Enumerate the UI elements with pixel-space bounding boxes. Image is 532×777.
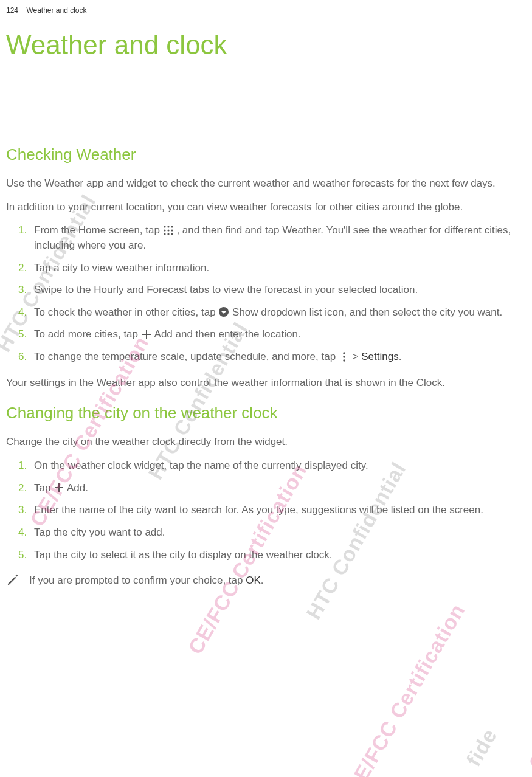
section-heading-checking-weather: Checking Weather: [6, 145, 520, 164]
svg-point-6: [164, 233, 165, 235]
step-text: Enter the name of the city want to searc…: [34, 504, 483, 516]
step-text: To change the temperature scale, update …: [34, 351, 339, 362]
step-text: Tap the city you want to add.: [34, 527, 165, 538]
ok-label: OK: [246, 575, 261, 586]
more-vertical-icon: [339, 351, 350, 362]
step-text: Add.: [67, 482, 88, 494]
svg-point-4: [167, 229, 169, 231]
settings-label: Settings: [361, 351, 398, 362]
step-text: To add more cities, tap: [34, 328, 141, 340]
step-item: From the Home screen, tap , and then fin…: [18, 223, 520, 253]
step-item: Tap the city to select it as the city to…: [18, 548, 520, 563]
svg-point-10: [343, 352, 345, 354]
step-text: Tap a city to view weather information.: [34, 262, 209, 274]
section-heading-changing-city: Changing the city on the weather clock: [6, 404, 520, 423]
step-item: Tap a city to view weather information.: [18, 261, 520, 276]
svg-point-12: [343, 359, 345, 362]
step-item: Tap Add.: [18, 481, 520, 496]
step-text: To check the weather in other cities, ta…: [34, 306, 218, 318]
step-text: >: [353, 351, 362, 362]
svg-point-0: [164, 226, 165, 227]
body-text: Use the Weather app and widget to check …: [6, 176, 520, 192]
svg-point-5: [171, 229, 173, 231]
step-item: Enter the name of the city want to searc…: [18, 503, 520, 518]
body-text: Your settings in the Weather app also co…: [6, 376, 520, 391]
svg-point-2: [171, 226, 173, 227]
watermark-text: CE/FCC Certification: [342, 599, 470, 777]
dropdown-icon: [218, 306, 229, 317]
step-text: Swipe to the Hourly and Forecast tabs to…: [34, 284, 418, 295]
svg-point-11: [343, 356, 345, 358]
note-part: If you are prompted to confirm your choi…: [29, 575, 246, 586]
step-text: Add and then enter the location.: [154, 328, 301, 340]
page-header: 124 Weather and clock: [6, 6, 520, 15]
step-text: Show dropdown list icon, and then select…: [232, 306, 502, 318]
watermark-text: CE/FCC Certification: [524, 575, 532, 773]
pencil-note-icon: [6, 573, 19, 589]
body-text: In addition to your current location, yo…: [6, 200, 520, 215]
step-item: To add more cities, tap Add and then ent…: [18, 327, 520, 342]
step-item: Swipe to the Hourly and Forecast tabs to…: [18, 283, 520, 298]
step-item: Tap the city you want to add.: [18, 525, 520, 540]
page-number: 124: [6, 6, 18, 15]
svg-point-8: [171, 233, 173, 235]
steps-list: From the Home screen, tap , and then fin…: [18, 223, 520, 364]
step-item: On the weather clock widget, tap the nam…: [18, 458, 520, 474]
step-item: To check the weather in other cities, ta…: [18, 305, 520, 320]
apps-grid-icon: [163, 225, 174, 236]
step-text: From the Home screen, tap: [34, 224, 163, 236]
note-text: If you are prompted to confirm your choi…: [29, 573, 264, 589]
step-text: Tap: [34, 482, 54, 494]
plus-icon: [54, 482, 64, 493]
note-part: .: [261, 575, 264, 586]
page-title: Weather and clock: [6, 30, 520, 60]
svg-point-3: [164, 229, 165, 231]
steps-list: On the weather clock widget, tap the nam…: [18, 458, 520, 562]
svg-point-7: [167, 233, 169, 235]
body-text: Change the city on the weather clock dir…: [6, 435, 520, 450]
watermark-text: fide: [461, 725, 502, 770]
step-item: To change the temperature scale, update …: [18, 350, 520, 365]
note-row: If you are prompted to confirm your choi…: [6, 573, 520, 589]
step-text: Tap the city to select it as the city to…: [34, 549, 332, 561]
plus-icon: [141, 329, 152, 340]
step-text: On the weather clock widget, tap the nam…: [34, 460, 368, 471]
running-title: Weather and clock: [26, 6, 86, 15]
step-text: .: [399, 351, 402, 362]
svg-point-1: [167, 226, 169, 227]
